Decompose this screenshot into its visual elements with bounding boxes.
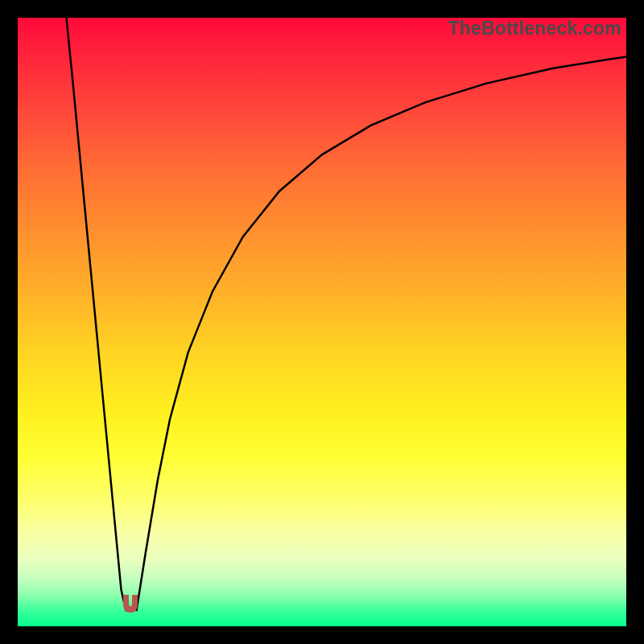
chart-plot-area: TheBottleneck.com [18,18,626,626]
bottleneck-curve [18,18,626,626]
chart-frame: TheBottleneck.com [0,0,644,644]
